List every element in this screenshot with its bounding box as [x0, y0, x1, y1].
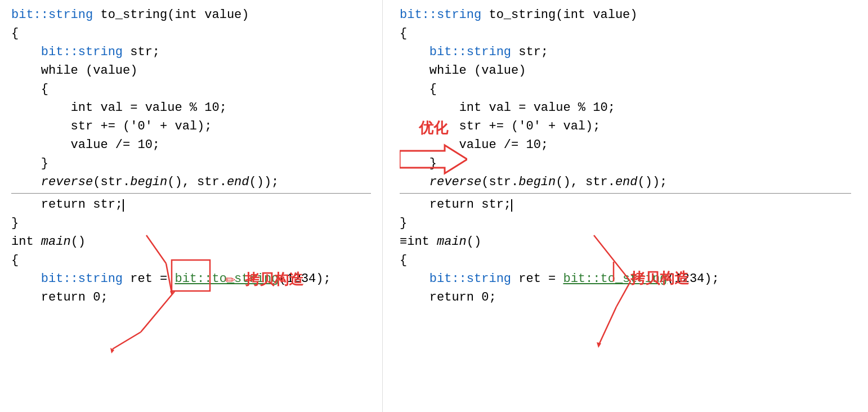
code-token: ( [556, 8, 563, 22]
optimization-label: 优化 [419, 118, 448, 138]
code-line: } [11, 154, 371, 173]
code-token: val = value % 10; [93, 101, 227, 115]
code-token: { [400, 82, 437, 96]
code-token: return 0; [400, 290, 496, 304]
code-token: (str. [93, 175, 130, 189]
code-token: to_string [100, 8, 167, 22]
code-token: } [11, 156, 48, 171]
code-line: { [11, 251, 371, 270]
code-line: { [400, 251, 851, 270]
code-token: int [175, 8, 197, 22]
code-token: ≡int [400, 235, 437, 249]
code-token [400, 175, 429, 189]
code-line: { [11, 80, 371, 98]
code-token: while (value) [11, 64, 137, 78]
code-token: { [11, 253, 19, 267]
main-container: bit::string to_string(int value){ bit::s… [0, 0, 868, 412]
code-line: { [11, 24, 371, 43]
code-line: bit::string to_string(int value) [400, 6, 851, 24]
code-token: end [227, 175, 249, 189]
code-line: return 0; [400, 288, 851, 307]
code-line: bit::string str; [11, 43, 371, 61]
svg-marker-0 [400, 145, 467, 173]
code-line: int val = value % 10; [11, 98, 371, 117]
code-token: bit::string [400, 8, 489, 22]
code-token [400, 272, 429, 286]
code-token: main [437, 235, 467, 249]
code-line: return str; [11, 195, 371, 214]
code-line: { [400, 24, 851, 43]
code-line: int main() [11, 232, 371, 251]
code-line: bit::string ret = bit::to_string(1234); [400, 270, 851, 288]
code-line: bit::string str; [400, 43, 851, 61]
code-token: to_string [489, 8, 556, 22]
cursor [511, 199, 512, 212]
code-line: bit::string to_string(int value) [11, 6, 371, 24]
code-token: (1234); [279, 272, 330, 286]
code-token: () [467, 235, 481, 249]
code-token: val = value % 10; [481, 101, 615, 115]
code-token: reverse [41, 175, 93, 189]
code-token: ret = [123, 272, 175, 286]
code-line: int val = value % 10; [400, 98, 851, 117]
code-divider [400, 193, 851, 194]
code-token: } [11, 216, 19, 230]
code-token: { [11, 82, 48, 96]
code-token: ( [167, 8, 175, 22]
code-line: while (value) [400, 61, 851, 80]
code-line: return 0; [11, 288, 371, 307]
code-token: bit::string [41, 272, 123, 286]
code-token: bit::string [429, 45, 511, 59]
code-token: int [71, 101, 93, 115]
code-token: main [41, 235, 71, 249]
code-token: while (value) [400, 64, 526, 78]
code-token [400, 101, 459, 115]
code-token: return 0; [11, 290, 108, 304]
code-token: ret = [511, 272, 563, 286]
code-token: value /= 10; [11, 138, 160, 152]
code-line: } [400, 214, 851, 232]
code-token: bit::string [429, 272, 511, 286]
code-token: (str. [481, 175, 518, 189]
code-token: bit::to_string [563, 272, 667, 286]
right-arrow-icon [400, 142, 467, 176]
optimization-arrow: 优化 [383, 118, 484, 176]
code-token [11, 175, 41, 189]
code-token [11, 101, 71, 115]
code-token: str; [123, 45, 160, 59]
code-token [11, 45, 41, 59]
code-token: ()); [249, 175, 279, 189]
code-token: (), str. [167, 175, 227, 189]
code-line: { [400, 80, 851, 98]
code-line: reverse(str.begin(), str.end()); [11, 173, 371, 191]
code-token [34, 235, 41, 249]
code-token: int [459, 101, 482, 115]
code-token: reverse [429, 175, 481, 189]
code-line: str += ('0' + val); [11, 117, 371, 136]
code-token: bit::string [41, 45, 123, 59]
code-token: value) [585, 8, 637, 22]
cursor [123, 199, 124, 212]
code-divider [11, 193, 371, 194]
code-token: int [11, 235, 34, 249]
code-line: value /= 10; [11, 136, 371, 154]
code-token: { [11, 26, 19, 41]
code-token: () [71, 235, 86, 249]
code-token: return str; [400, 198, 511, 212]
code-token: str += ('0' + val); [11, 119, 212, 133]
code-token: (1234); [667, 272, 719, 286]
code-token [400, 45, 429, 59]
code-token: { [400, 253, 407, 267]
code-token: bit::string [11, 8, 100, 22]
right-code-panel: bit::string to_string(int value){ bit::s… [383, 0, 868, 412]
code-token: { [400, 26, 407, 41]
code-token: begin [518, 175, 556, 189]
code-line: ≡int main() [400, 232, 851, 251]
code-token: value) [197, 8, 249, 22]
left-code-panel: bit::string to_string(int value){ bit::s… [0, 0, 383, 412]
code-token: } [400, 216, 407, 230]
code-token: int [563, 8, 585, 22]
code-token: bit::to_string [175, 272, 279, 286]
code-line: } [11, 214, 371, 232]
code-token: end [615, 175, 638, 189]
